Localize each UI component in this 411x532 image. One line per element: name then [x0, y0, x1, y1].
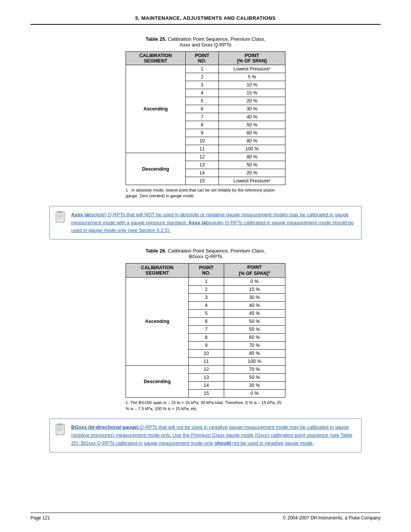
table-row: Ascending1Lowest Pressure¹ — [126, 65, 285, 73]
point-no: 15 — [189, 390, 224, 398]
table25: CALIBRATIONSEGMENT POINTNO. POINT[% OF S… — [126, 51, 285, 185]
point-val: Lowest Pressure¹ — [219, 177, 285, 185]
table26-caption-line2: BGxxx Q-RPTs — [189, 254, 222, 259]
point-val: 10 % — [219, 81, 285, 89]
point-no: 12 — [185, 153, 218, 161]
note2-icon — [54, 423, 67, 436]
table26-col3-header: POINT[% OF SPAN]1 — [224, 264, 285, 278]
note2-box: BGxxx (bi-directional gauge) Q-RPTs that… — [49, 419, 362, 452]
point-no: 1 — [185, 65, 218, 73]
point-val: 70 % — [224, 366, 285, 374]
point-no: 11 — [185, 145, 218, 153]
table25-caption-bold: Table 25. — [146, 36, 167, 42]
footer-copyright: © 2004-2007 DH Instruments, a Fluke Comp… — [283, 515, 381, 521]
point-no: 10 — [185, 137, 218, 145]
note1-icon — [54, 211, 67, 224]
table25-footnote: 1 In absolute mode, lowest point that ca… — [126, 187, 285, 199]
note2-text: BGxxx (bi-directional gauge) Q-RPTs that… — [71, 423, 355, 447]
table25-caption-line2: Axxx and Gxxx Q-RPTs — [180, 42, 231, 48]
point-val: 70 % — [224, 342, 285, 350]
svg-rect-1 — [58, 211, 62, 213]
point-no: 15 — [185, 177, 218, 185]
point-no: 5 — [189, 310, 224, 318]
point-val: Lowest Pressure¹ — [219, 65, 285, 73]
point-no: 7 — [189, 326, 224, 334]
table26-caption-text: Calibration Point Sequence, Premium Clas… — [166, 248, 265, 254]
point-no: 8 — [185, 121, 218, 129]
ascending-label: Ascending — [126, 278, 189, 366]
page: 5. MAINTENANCE, ADJUSTMENTS AND CALIBRAT… — [0, 0, 411, 532]
descending-label: Descending — [126, 366, 189, 398]
point-no: 2 — [185, 73, 218, 81]
point-no: 9 — [185, 129, 218, 137]
point-val: 50 % — [224, 374, 285, 382]
point-val: 40 % — [224, 302, 285, 310]
point-val: 20 % — [219, 97, 285, 105]
note1-box: Axxx (absolute) Q-RPTs that will NOT be … — [49, 206, 362, 240]
point-no: 1 — [189, 278, 224, 286]
point-val: 45 % — [224, 310, 285, 318]
point-val: 80 % — [219, 137, 285, 145]
table25-col2-header: POINTNO. — [185, 52, 218, 65]
point-no: 10 — [189, 350, 224, 358]
descending-label: Descending — [126, 153, 186, 185]
point-no: 4 — [189, 302, 224, 310]
point-no: 6 — [189, 318, 224, 326]
table26: CALIBRATIONSEGMENT POINTNO. POINT[% OF S… — [126, 263, 285, 398]
point-no: 13 — [185, 161, 218, 169]
svg-rect-5 — [56, 424, 64, 435]
point-val: 55 % — [224, 326, 285, 334]
table-row: Descending1280 % — [126, 153, 285, 161]
table-row: Descending1270 % — [126, 366, 285, 374]
point-val: 50 % — [219, 161, 285, 169]
point-no: 3 — [185, 81, 218, 89]
header-title: 5. MAINTENANCE, ADJUSTMENTS AND CALIBRAT… — [135, 15, 276, 21]
point-no: 2 — [189, 286, 224, 294]
point-val: 30 % — [224, 382, 285, 390]
point-val: 80 % — [219, 153, 285, 161]
point-no: 6 — [185, 105, 218, 113]
point-val: 30 % — [219, 105, 285, 113]
point-no: 5 — [185, 97, 218, 105]
footer-page: Page 121 — [30, 515, 50, 521]
point-val: 0 % — [224, 278, 285, 286]
table25-title: Table 25. Calibration Point Sequence, Pr… — [30, 36, 381, 48]
point-no: 13 — [189, 374, 224, 382]
table25-col3-header: POINT[% OF SPAN] — [219, 52, 285, 65]
point-no: 4 — [185, 89, 218, 97]
page-footer: Page 121 © 2004-2007 DH Instruments, a F… — [30, 513, 381, 521]
point-val: 20 % — [219, 169, 285, 177]
table-row: Ascending10 % — [126, 278, 285, 286]
point-val: 60 % — [219, 129, 285, 137]
table26-caption-bold: Table 26. — [146, 248, 167, 254]
point-no: 14 — [185, 169, 218, 177]
point-val: 30 % — [224, 294, 285, 302]
point-val: 50 % — [219, 121, 285, 129]
note1-text: Axxx (absolute) Q-RPTs that will NOT be … — [71, 211, 355, 235]
point-val: 15 % — [224, 286, 285, 294]
point-no: 7 — [185, 113, 218, 121]
svg-rect-0 — [56, 212, 64, 222]
table26-title: Table 26. Calibration Point Sequence, Pr… — [30, 248, 381, 259]
point-no: 8 — [189, 334, 224, 342]
point-val: 50 % — [224, 318, 285, 326]
page-header: 5. MAINTENANCE, ADJUSTMENTS AND CALIBRAT… — [30, 15, 381, 25]
ascending-label: Ascending — [126, 65, 186, 153]
point-no: 12 — [189, 366, 224, 374]
point-val: 100 % — [219, 145, 285, 153]
point-val: 100 % — [224, 358, 285, 366]
point-val: 60 % — [224, 334, 285, 342]
svg-rect-6 — [58, 423, 62, 425]
point-no: 3 — [189, 294, 224, 302]
point-val: 15 % — [219, 89, 285, 97]
table26-footnote: 1. The BG15K span is – 15 to + 15 kPa, 3… — [126, 400, 285, 412]
table26-col1-header: CALIBRATIONSEGMENT — [126, 264, 189, 278]
point-val: 5 % — [219, 73, 285, 81]
table26-col2-header: POINTNO. — [189, 264, 224, 278]
point-val: 0 % — [224, 390, 285, 398]
point-val: 40 % — [219, 113, 285, 121]
point-no: 14 — [189, 382, 224, 390]
table25-col1-header: CALIBRATIONSEGMENT — [126, 52, 186, 65]
point-no: 9 — [189, 342, 224, 350]
point-no: 11 — [189, 358, 224, 366]
